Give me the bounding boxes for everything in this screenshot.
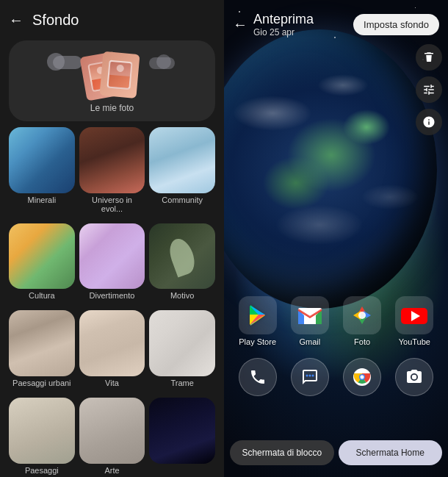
play-store-svg [239,296,277,334]
grid-item-community[interactable]: Community [149,127,215,219]
right-actions [416,44,442,135]
right-header: ← Anteprima Gio 25 apr Imposta sfondo [224,0,448,43]
grid-label-motivo: Motivo [149,289,215,306]
grid-img-vita [79,310,145,376]
schermata-home-tab[interactable]: Schermata Home [339,440,443,465]
grid-img-community [149,127,215,193]
left-panel: ← Sfondo [0,0,224,477]
my-photos-icons [9,49,215,100]
app-youtube[interactable]: YouTube [395,296,433,346]
sliders-button[interactable] [416,76,442,103]
grid-label-arte: Arte [79,464,145,477]
grid-item-stars[interactable] [149,398,215,477]
trash-icon [422,51,436,64]
svg-point-5 [358,312,366,319]
app-foto[interactable]: Foto [343,296,381,346]
grid-img-arte [79,398,145,464]
delete-button[interactable] [416,44,442,71]
imposta-sfondo-button[interactable]: Imposta sfondo [353,14,439,35]
photo-card-front [99,51,140,98]
youtube-svg [395,296,433,334]
grid-item-trame[interactable]: Trame [149,310,215,393]
grid-label-community: Community [149,193,215,210]
schermata-blocco-tab[interactable]: Schermata di blocco [230,440,334,465]
grid-item-motivo[interactable]: Motivo [149,223,215,306]
youtube-icon [395,296,433,334]
info-icon [422,115,436,129]
grid-img-motivo [149,223,215,290]
grid-label-vita: Vita [79,376,145,393]
left-panel-title: Sfondo [32,12,79,29]
cloud-left-bubble [47,53,65,71]
right-panel-date: Gio 25 apr [253,27,314,37]
grid-label-cultura: Cultura [9,289,75,306]
app-gmail[interactable]: Gmail [291,296,329,346]
app-phone[interactable] [239,358,277,396]
svg-point-9 [306,375,308,377]
my-photos-card[interactable]: Le mie foto [9,40,215,121]
app-chrome[interactable] [343,358,381,396]
grid-img-minerali [9,127,75,193]
grid-img-trame [149,310,215,376]
grid-img-stars [149,398,215,464]
messages-icon [301,368,319,386]
grid-label-divertimento: Divertimento [79,289,145,306]
grid-label-trame: Trame [149,376,215,393]
chrome-icon [353,367,372,387]
app-icons-area: Play Store Gmail [224,296,448,396]
grid-item-paesaggi-urbani[interactable]: Paesaggi urbani [9,310,75,393]
grid-img-paesaggi-bottom [9,398,75,464]
grid-item-divertimento[interactable]: Divertimento [79,223,145,306]
app-play-store[interactable]: Play Store [239,296,277,346]
photos-svg [343,296,381,334]
grid-label-paesaggi-bottom: Paesaggi [9,464,75,477]
wallpaper-grid: MineraliUniverso in evol...CommunityCult… [9,127,215,477]
left-header: ← Sfondo [9,12,215,29]
back-arrow-left[interactable]: ← [9,12,24,29]
app-icons-row-1: Play Store Gmail [231,296,441,346]
right-panel: ← Anteprima Gio 25 apr Imposta sfondo [224,0,448,477]
sliders-icon [422,83,436,96]
grid-label-paesaggi-urbani: Paesaggi urbani [9,376,75,393]
grid-item-arte[interactable]: Arte [79,398,145,477]
svg-point-15 [361,376,364,379]
phone-icon [249,368,267,386]
svg-point-10 [308,375,311,377]
photos-icon [343,296,381,334]
gmail-icon [291,296,329,334]
right-title-block: Anteprima Gio 25 apr [253,12,314,37]
grid-item-minerali[interactable]: Minerali [9,127,75,219]
stars-background [224,0,448,477]
grid-img-paesaggi-urbani [9,310,75,376]
back-arrow-right[interactable]: ← [233,16,248,33]
app-camera[interactable] [395,358,433,396]
grid-label-universo: Universo in evol... [79,193,145,219]
bottom-tabs: Schermata di blocco Schermata Home [230,440,442,465]
grid-label-stars [149,464,215,472]
play-store-label: Play Store [239,337,276,346]
grid-item-vita[interactable]: Vita [79,310,145,393]
right-header-left: ← Anteprima Gio 25 apr [233,12,314,37]
app-messages[interactable] [291,358,329,396]
youtube-label: YouTube [399,337,430,346]
grid-img-universo [79,127,145,193]
grid-item-cultura[interactable]: Cultura [9,223,75,306]
gmail-label: Gmail [300,337,321,346]
info-button[interactable] [416,109,442,135]
my-photos-label: Le mie foto [90,103,134,113]
grid-item-universo[interactable]: Universo in evol... [79,127,145,219]
grid-item-paesaggi-bottom[interactable]: Paesaggi [9,398,75,477]
foto-label: Foto [354,337,370,346]
play-store-icon [239,296,277,334]
gmail-svg [291,296,329,334]
grid-img-cultura [9,223,75,290]
cloud-right-bubble [156,54,171,69]
camera-icon [405,368,423,386]
grid-label-minerali: Minerali [9,193,75,210]
right-panel-title: Anteprima [253,12,314,27]
svg-point-11 [311,375,314,377]
grid-img-divertimento [79,223,145,290]
app-icons-row-2 [231,358,441,396]
